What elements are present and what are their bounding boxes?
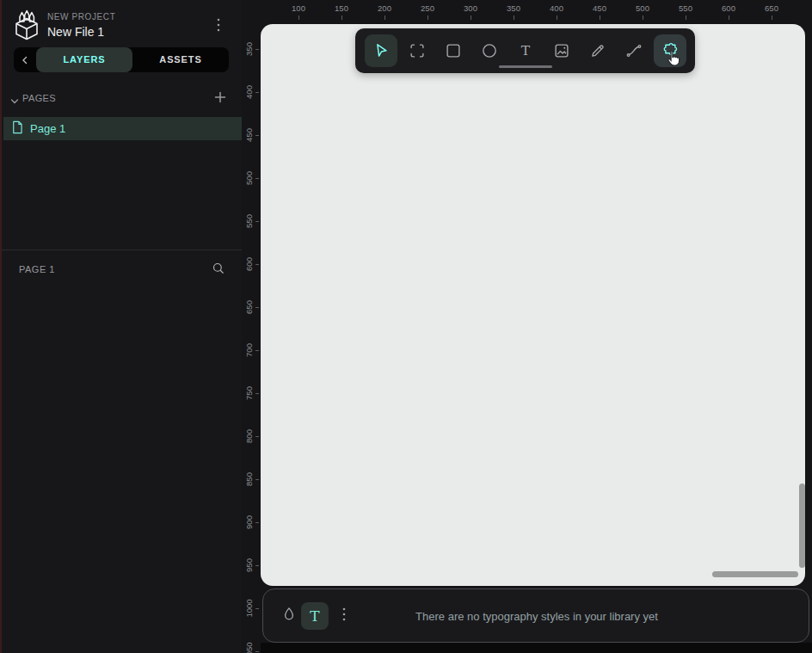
ruler-tick	[255, 608, 259, 609]
ruler-label: 600	[245, 251, 254, 277]
ruler-tick	[471, 15, 471, 20]
ruler-label: 1000	[245, 595, 254, 621]
ruler-label: 400	[544, 3, 569, 13]
rectangle-icon	[444, 41, 463, 60]
ruler-tick	[255, 221, 259, 222]
ruler-tick	[341, 15, 342, 20]
ruler-label: 800	[245, 423, 254, 449]
board-icon	[408, 41, 427, 60]
ruler-tick	[255, 479, 259, 480]
pen-tool-button[interactable]	[581, 34, 614, 67]
ruler-label: 350	[245, 36, 254, 62]
ruler-label: 950	[245, 552, 254, 578]
tab-assets[interactable]: ASSETS	[132, 47, 229, 72]
ruler-label: 900	[245, 509, 254, 535]
ruler-tick	[255, 307, 259, 308]
horizontal-ruler: 100150200250300350400450500550600650	[242, 0, 812, 22]
search-icon	[211, 261, 226, 280]
ruler-tick	[255, 264, 259, 265]
image-tool-button[interactable]	[545, 34, 578, 67]
rectangle-tool-button[interactable]	[437, 34, 470, 67]
sidebar-divider	[0, 249, 242, 250]
ruler-tick	[255, 393, 259, 394]
ruler-tick	[772, 15, 772, 20]
ruler-label: 500	[245, 165, 254, 191]
ruler-tick	[255, 178, 259, 179]
ruler-tick	[255, 135, 259, 136]
canvas-viewport[interactable]	[261, 24, 805, 586]
ruler-label: 700	[245, 337, 254, 363]
pages-section-title: PAGES	[22, 93, 56, 103]
file-name: New File 1	[47, 25, 104, 39]
ruler-label: 550	[245, 208, 254, 234]
plus-icon	[214, 91, 226, 107]
ruler-label: 250	[415, 3, 440, 13]
text-tool-button[interactable]: T	[509, 34, 542, 67]
curve-tool-button[interactable]	[618, 34, 650, 67]
move-tool-button[interactable]	[365, 34, 397, 67]
ruler-label: 350	[501, 3, 526, 13]
horizontal-scrollbar-thumb[interactable]	[712, 571, 798, 577]
page-name: Page 1	[30, 122, 65, 135]
layers-search-button[interactable]	[209, 261, 228, 280]
collapse-sidebar-button[interactable]	[14, 47, 36, 72]
page-list-item[interactable]: Page 1	[3, 117, 242, 140]
ruler-tick	[557, 15, 557, 20]
tab-layers[interactable]: LAYERS	[36, 47, 132, 72]
ruler-label: 600	[716, 3, 741, 13]
typography-palette-panel: T There are no typography styles in your…	[262, 588, 809, 643]
ruler-label: 300	[458, 3, 483, 13]
ruler-tick	[255, 522, 259, 523]
window-edge-stripe	[0, 0, 2, 653]
svg-text:T: T	[520, 43, 530, 59]
vertical-scrollbar-thumb[interactable]	[799, 484, 805, 568]
add-page-button[interactable]	[212, 90, 229, 108]
ruler-label: 200	[372, 3, 397, 13]
ruler-tick	[255, 92, 259, 93]
ruler-label: 500	[630, 3, 655, 13]
chevron-down-icon[interactable]	[10, 94, 19, 109]
ruler-tick	[255, 350, 259, 351]
vertical-ruler: 3504004505005506006507007508008509009501…	[242, 22, 261, 653]
chevron-left-icon	[21, 52, 29, 68]
layers-section-title: PAGE 1	[19, 264, 55, 274]
page-file-icon	[11, 120, 23, 138]
sidebar-tab-bar: LAYERS ASSETS	[14, 47, 229, 72]
file-menu-button[interactable]	[211, 17, 226, 36]
ruler-tick	[643, 15, 643, 20]
bottom-gap	[261, 643, 812, 653]
board-tool-button[interactable]	[401, 34, 434, 67]
ruler-label: 550	[673, 3, 698, 13]
ruler-tick	[686, 15, 686, 20]
ruler-label: 650	[245, 294, 254, 320]
ruler-tick	[514, 15, 514, 20]
ruler-label: 400	[245, 79, 254, 105]
ruler-tick	[255, 651, 259, 652]
ruler-label: 150	[329, 3, 354, 13]
ellipse-tool-button[interactable]	[473, 34, 506, 67]
ruler-tick	[428, 15, 428, 20]
ruler-label: 450	[245, 122, 254, 148]
puzzle-icon	[661, 41, 680, 60]
ruler-tick	[255, 49, 259, 50]
ruler-label: 100	[286, 3, 311, 13]
ellipse-icon	[480, 41, 499, 60]
project-name: NEW PROJECT	[47, 12, 115, 22]
ruler-tick	[729, 15, 729, 20]
penpot-logo-icon[interactable]	[12, 9, 41, 43]
plugins-tool-button[interactable]	[654, 34, 686, 67]
dots-vertical-icon	[217, 18, 220, 35]
ruler-tick	[384, 15, 385, 20]
pencil-icon	[588, 41, 607, 60]
ruler-label: 750	[245, 380, 254, 406]
ruler-tick	[255, 565, 259, 566]
image-icon	[552, 41, 571, 60]
ruler-label: 1050	[245, 638, 254, 653]
left-sidebar: NEW PROJECT New File 1 LAYERS ASSETS PAG…	[0, 0, 242, 653]
typography-empty-message: There are no typography styles in your l…	[263, 589, 810, 644]
cursor-icon	[372, 41, 391, 60]
penpot-workspace: 100150200250300350400450500550600650 350…	[0, 0, 812, 653]
toolbar-drag-handle[interactable]	[499, 65, 552, 68]
ruler-tick	[255, 436, 259, 437]
text-icon: T	[516, 41, 535, 60]
